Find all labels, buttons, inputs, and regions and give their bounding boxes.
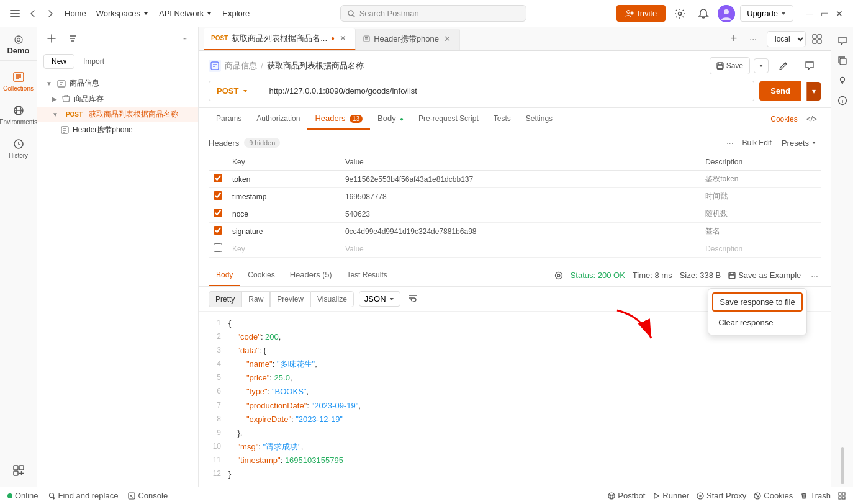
edit-button[interactable] [772, 57, 795, 74]
authorization-tab[interactable]: Authorization [249, 109, 307, 130]
cookies-link[interactable]: Cookies [770, 115, 797, 124]
status-cookies[interactable]: Cookies [754, 491, 793, 500]
more-button[interactable]: ··· [724, 137, 736, 149]
more-response-button[interactable]: ··· [808, 269, 821, 282]
right-icon-info[interactable] [834, 92, 851, 109]
workspace-settings-button[interactable] [808, 32, 826, 47]
resp-tab-test-results[interactable]: Test Results [339, 265, 394, 286]
status-online[interactable]: Online [7, 491, 38, 500]
send-dropdown-button[interactable]: ▾ [806, 82, 821, 101]
desc-token: 鉴权token [700, 171, 821, 188]
right-icon-comments[interactable] [834, 32, 851, 50]
add-tab-button[interactable]: + [726, 30, 742, 48]
settings-button[interactable] [670, 6, 689, 22]
value-empty[interactable]: Value [340, 240, 700, 258]
row-checkbox-noce[interactable] [214, 209, 222, 217]
close-button[interactable]: ✕ [833, 7, 846, 20]
resp-tab-cookies[interactable]: Cookies [240, 265, 282, 286]
tree-item-root[interactable]: ▼ 商品信息 [37, 76, 198, 91]
api-network-link[interactable]: API Network [159, 9, 212, 18]
url-input[interactable] [261, 81, 754, 101]
comment-button[interactable] [798, 57, 821, 74]
sidebar-item-environments[interactable]: Environments [2, 99, 35, 130]
desc-empty[interactable]: Description [700, 240, 821, 258]
save-example-button[interactable]: Save as Example [728, 271, 801, 280]
new-button[interactable]: New [43, 54, 74, 69]
hamburger-menu-button[interactable] [7, 6, 22, 21]
presets-button[interactable]: Presets [778, 137, 821, 149]
settings-tab[interactable]: Settings [518, 109, 560, 130]
save-button[interactable]: Save [710, 57, 750, 74]
wrap-button[interactable] [405, 290, 420, 307]
more-options-button[interactable]: ··· [178, 32, 192, 45]
status-runner[interactable]: Runner [652, 491, 689, 500]
invite-button[interactable]: Invite [616, 5, 666, 22]
sidebar-item-history[interactable]: History [2, 133, 35, 164]
key-empty[interactable]: Key [227, 240, 340, 258]
tab-close-header-button[interactable]: ✕ [443, 35, 452, 43]
nav-controls [7, 6, 57, 21]
environment-select[interactable]: local [767, 31, 806, 47]
status-console[interactable]: Console [128, 491, 168, 500]
save-response-file-item[interactable]: Save response to file [712, 292, 803, 312]
status-start-proxy[interactable]: Start Proxy [697, 491, 746, 500]
tree-item-header-phone[interactable]: Header携带phone [37, 122, 198, 138]
tree-item-product-list[interactable]: ▼ POST 获取商品列表根据商品名称 [37, 107, 198, 122]
tab-header-phone[interactable]: Header携带phone ✕ [356, 29, 460, 50]
params-tab[interactable]: Params [209, 109, 249, 130]
minimize-button[interactable]: ─ [803, 7, 816, 20]
right-icon-bulb[interactable] [834, 72, 851, 89]
method-select[interactable]: POST [209, 81, 256, 101]
send-button[interactable]: Send [759, 81, 801, 101]
forward-button[interactable] [43, 7, 57, 20]
explore-link[interactable]: Explore [222, 9, 250, 18]
notification-button[interactable] [694, 6, 713, 22]
breadcrumb-root[interactable]: 商品信息 [225, 60, 257, 71]
format-select[interactable]: JSON [359, 291, 400, 307]
fmt-preview[interactable]: Preview [270, 291, 310, 307]
back-button[interactable] [26, 7, 40, 20]
resp-tab-body[interactable]: Body [209, 265, 240, 286]
bulk-edit-button[interactable]: Bulk Edit [739, 137, 775, 148]
search-input[interactable]: Search Postman [340, 5, 526, 22]
row-checkbox-token[interactable] [214, 174, 222, 182]
code-button[interactable]: </> [803, 114, 821, 125]
status-grid[interactable] [838, 492, 846, 500]
add-collection-button[interactable] [43, 32, 60, 45]
more-tabs-button[interactable]: ··· [744, 32, 762, 47]
tree-item-inventory[interactable]: ▶ 商品库存 [37, 91, 198, 107]
clear-response-item[interactable]: Clear response [708, 313, 806, 332]
maximize-button[interactable]: ▭ [818, 7, 831, 20]
save-dropdown-button[interactable] [754, 58, 769, 73]
status-trash[interactable]: Trash [800, 491, 831, 500]
sidebar-item-collections[interactable]: Collections [2, 66, 35, 97]
tests-tab[interactable]: Tests [486, 109, 518, 130]
body-tab[interactable]: Body ● [370, 108, 411, 130]
headers-section: Headers 9 hidden ··· Bulk Edit Presets K… [199, 130, 831, 264]
fmt-visualize[interactable]: Visualize [310, 291, 354, 307]
upgrade-button[interactable]: Upgrade [740, 5, 793, 22]
row-checkbox-timestamp[interactable] [214, 191, 222, 200]
format-tabs: Pretty Raw Preview Visualize [209, 291, 354, 307]
fmt-pretty[interactable]: Pretty [209, 291, 241, 307]
sidebar-item-other[interactable] [2, 459, 35, 482]
tab-close-button[interactable]: ✕ [338, 34, 348, 42]
collections-header: ··· [37, 27, 198, 50]
home-link[interactable]: Home [65, 9, 86, 18]
tab-product-list[interactable]: POST 获取商品列表根据商品名... ● ✕ [204, 28, 356, 50]
row-checkbox-empty[interactable] [214, 243, 222, 252]
pre-request-tab[interactable]: Pre-request Script [411, 109, 486, 130]
row-checkbox-signature[interactable] [214, 226, 222, 235]
scrollbar-thumb[interactable] [841, 447, 844, 484]
key-signature: signature [227, 223, 340, 240]
resp-tab-headers[interactable]: Headers (5) [282, 264, 340, 286]
user-avatar[interactable] [718, 5, 735, 22]
fmt-raw[interactable]: Raw [241, 291, 270, 307]
status-postbot[interactable]: Postbot [608, 491, 645, 500]
import-button[interactable]: Import [78, 55, 109, 68]
workspaces-link[interactable]: Workspaces [96, 9, 149, 18]
headers-tab[interactable]: Headers 13 [307, 108, 370, 130]
status-find-replace[interactable]: Find and replace [48, 491, 119, 500]
sort-button[interactable] [65, 32, 81, 45]
right-icon-copy[interactable] [834, 52, 851, 70]
